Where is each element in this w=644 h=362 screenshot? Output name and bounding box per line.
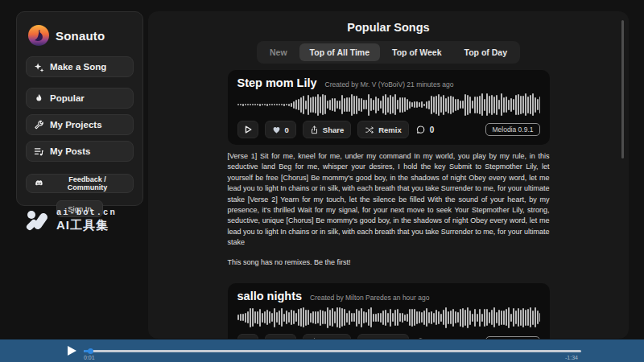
waveform-bar <box>493 307 495 327</box>
waveform-bar <box>481 314 483 322</box>
waveform-bar <box>276 312 278 323</box>
waveform-bar <box>460 309 461 327</box>
like-count: 0 <box>285 125 289 134</box>
waveform-bar <box>498 100 500 109</box>
waveform-bar <box>532 93 534 116</box>
feedback-community-button[interactable]: Feedback / Community <box>26 174 134 193</box>
share-button[interactable]: Share <box>303 334 351 339</box>
waveform-bar <box>486 93 488 116</box>
waveform-bar <box>365 100 367 109</box>
player-progress-track[interactable] <box>84 350 581 352</box>
share-icon <box>310 338 319 339</box>
waveform-bar <box>378 313 379 322</box>
waveform-bar <box>329 310 331 326</box>
waveform-bar <box>416 311 418 324</box>
waveform-bar <box>283 314 285 322</box>
scrollbar-thumb[interactable] <box>621 20 624 158</box>
waveform-bar <box>440 97 442 113</box>
make-a-song-button[interactable]: Make a Song <box>26 56 134 77</box>
waveform-bar <box>341 308 343 327</box>
waveform-bar <box>520 96 522 114</box>
waveform-bar <box>317 94 319 116</box>
waveform-bar <box>257 104 258 105</box>
waveform-bar <box>254 104 256 105</box>
waveform-bar <box>440 314 442 322</box>
waveform-bar <box>351 94 353 116</box>
sidebar-item-popular[interactable]: Popular <box>26 88 134 109</box>
play-button[interactable] <box>237 334 258 339</box>
waveform-bar <box>397 100 398 109</box>
song-title[interactable]: Step mom Lily <box>237 76 317 89</box>
waveform-bar <box>443 310 444 325</box>
main-panel: Popular Songs New Top of All Time Top of… <box>148 11 629 339</box>
waveform-bar <box>365 312 367 323</box>
tab-top-of-all-time[interactable]: Top of All Time <box>299 43 380 61</box>
waveform-bar <box>250 104 251 105</box>
waveform-bar <box>501 93 502 116</box>
like-button[interactable]: 0 <box>265 334 296 339</box>
comment-count: 0 <box>430 125 435 134</box>
waveform-bar <box>421 312 423 323</box>
waveform-bar <box>506 97 507 113</box>
waveform-bar <box>414 101 415 108</box>
player-progress-knob[interactable] <box>88 348 93 354</box>
make-a-song-label: Make a Song <box>50 62 106 72</box>
waveform-bar <box>257 311 258 324</box>
waveform-bar <box>252 308 254 327</box>
heart-icon <box>272 125 281 134</box>
share-button[interactable]: Share <box>303 121 351 138</box>
remix-button[interactable]: Remix <box>357 334 409 339</box>
waveform-bar <box>291 310 292 325</box>
waveform-bar <box>332 308 333 327</box>
waveform-bar <box>513 99 514 110</box>
waveform-bar <box>457 312 459 323</box>
waveform-bar <box>378 98 379 111</box>
waveform-bar <box>484 99 485 111</box>
sparkles-icon <box>34 62 44 72</box>
waveform-bar <box>407 99 408 110</box>
waveform-bar <box>501 311 502 325</box>
song-lyrics: [Verse 1] Sit for me, kneel for me, unde… <box>228 151 550 249</box>
waveform-bar <box>334 311 336 323</box>
sidebar-item-my-projects[interactable]: My Projects <box>26 114 134 135</box>
app-logo-row[interactable]: Sonauto <box>28 25 134 46</box>
waveform-bar <box>464 94 466 116</box>
tab-new[interactable]: New <box>259 43 298 61</box>
play-button[interactable] <box>237 121 258 138</box>
waveform-bar <box>259 309 261 327</box>
waveform-bar <box>486 309 488 326</box>
waveform[interactable] <box>237 305 540 331</box>
player-bar: 0:01 -1:34 <box>0 339 644 362</box>
ai-bot-branding[interactable]: ai-bot.cn AI工具集 <box>24 208 141 233</box>
player-remaining-time: -1:34 <box>565 355 578 360</box>
waveform-bar <box>431 311 432 324</box>
waveform-bar <box>385 94 386 115</box>
waveform-bar <box>493 97 495 113</box>
comments-button[interactable]: 0 <box>415 337 435 339</box>
waveform-bar <box>392 97 394 113</box>
player-play-button[interactable] <box>66 345 77 356</box>
waveform-bar <box>392 313 394 322</box>
waveform-bar <box>373 100 374 110</box>
time-filter-tabbar: New Top of All Time Top of Week Top of D… <box>257 41 520 64</box>
song-title[interactable]: sallo nights <box>237 290 303 302</box>
waveform-bar <box>322 94 324 115</box>
waveform-bar <box>271 104 273 105</box>
tab-top-of-week[interactable]: Top of Week <box>382 43 452 61</box>
waveform-bar <box>457 99 459 110</box>
waveform-bar <box>399 313 401 322</box>
comments-button[interactable]: 0 <box>415 125 435 135</box>
model-version-badge: Melodia 0.9.1 <box>485 336 539 339</box>
remix-button[interactable]: Remix <box>357 121 409 138</box>
waveform-bar <box>414 309 415 326</box>
waveform[interactable] <box>237 92 540 117</box>
flame-icon <box>34 93 44 104</box>
waveform-bar <box>404 97 406 112</box>
tab-top-of-day[interactable]: Top of Day <box>454 43 518 61</box>
song-byline: Created by Milton Paredes an hour ago <box>310 294 429 302</box>
waveform-bar <box>276 104 278 105</box>
sidebar-item-label: My Projects <box>50 120 102 130</box>
sidebar-item-my-posts[interactable]: My Posts <box>26 141 134 162</box>
like-button[interactable]: 0 <box>265 121 296 138</box>
waveform-bar <box>436 96 437 114</box>
